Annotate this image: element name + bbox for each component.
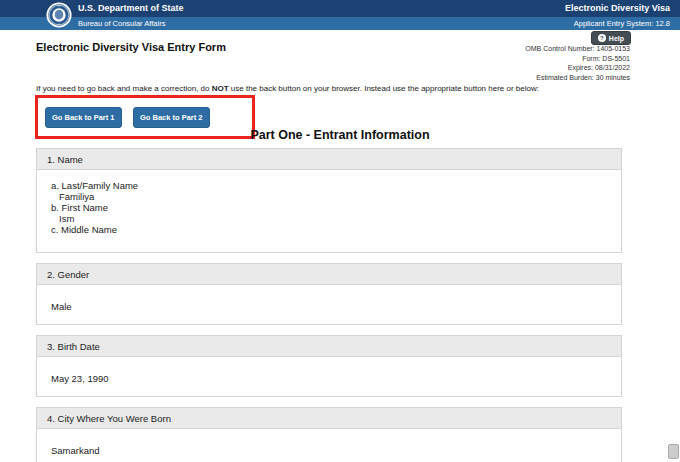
notice-text-post: use the back button on your browser. Ins…	[229, 84, 539, 93]
birth-city-value: Samarkand	[37, 429, 621, 462]
help-button-label: Help	[609, 35, 624, 42]
last-name-label: a. Last/Family Name	[51, 180, 621, 191]
go-back-part1-button[interactable]: Go Back to Part 1	[45, 107, 122, 128]
estimated-burden: Estimated Burden: 30 minutes	[525, 73, 630, 83]
section-birth-city-header: 4. City Where You Were Born	[37, 408, 621, 429]
entrant-information-sections: 1. Name a. Last/Family Name Familiya b. …	[36, 148, 622, 462]
department-of-state-seal-icon	[46, 2, 72, 28]
section-name-header: 1. Name	[37, 149, 621, 170]
header-bureau-title: Bureau of Consular Affairs	[78, 19, 165, 28]
section-gender-header: 2. Gender	[37, 264, 621, 285]
middle-name-value	[59, 235, 621, 246]
header-agency-title: U.S. Department of State	[78, 3, 184, 13]
notice-text-pre: If you need to go back and make a correc…	[36, 84, 212, 93]
section-birth-city: 4. City Where You Were Born Samarkand	[36, 407, 622, 462]
form-meta-block: OMB Control Number: 1405-0153 Form: DS-5…	[525, 44, 630, 82]
section-gender: 2. Gender Male	[36, 263, 622, 325]
section-birth-date-header: 3. Birth Date	[37, 336, 621, 357]
notice-text-bold: NOT	[212, 84, 229, 93]
header-app-title: Electronic Diversity Visa	[565, 3, 670, 13]
omb-control-number: OMB Control Number: 1405-0153	[525, 44, 630, 54]
go-back-part2-button[interactable]: Go Back to Part 2	[133, 107, 210, 128]
expiration-date: Expires: 08/31/2022	[525, 63, 630, 73]
birth-date-value: May 23, 1990	[37, 357, 621, 396]
first-name-label: b. First Name	[51, 202, 621, 213]
section-name: 1. Name a. Last/Family Name Familiya b. …	[36, 148, 622, 253]
back-button-notice: If you need to go back and make a correc…	[36, 84, 616, 93]
section-birth-date: 3. Birth Date May 23, 1990	[36, 335, 622, 397]
form-number: Form: DS-5501	[525, 54, 630, 64]
middle-name-label: c. Middle Name	[51, 224, 621, 235]
section-name-body: a. Last/Family Name Familiya b. First Na…	[37, 170, 621, 252]
last-name-value: Familiya	[59, 191, 621, 202]
part-one-heading: Part One - Entrant Information	[0, 128, 680, 142]
gender-value: Male	[37, 285, 621, 324]
page-title: Electronic Diversity Visa Entry Form	[36, 41, 226, 53]
help-button[interactable]: ? Help	[591, 31, 631, 45]
vertical-scrollbar-thumb[interactable]	[668, 444, 679, 459]
first-name-value: Ism	[59, 213, 621, 224]
question-mark-icon: ?	[598, 34, 606, 42]
header-app-version: Applicant Entry System: 12.8	[574, 19, 670, 28]
